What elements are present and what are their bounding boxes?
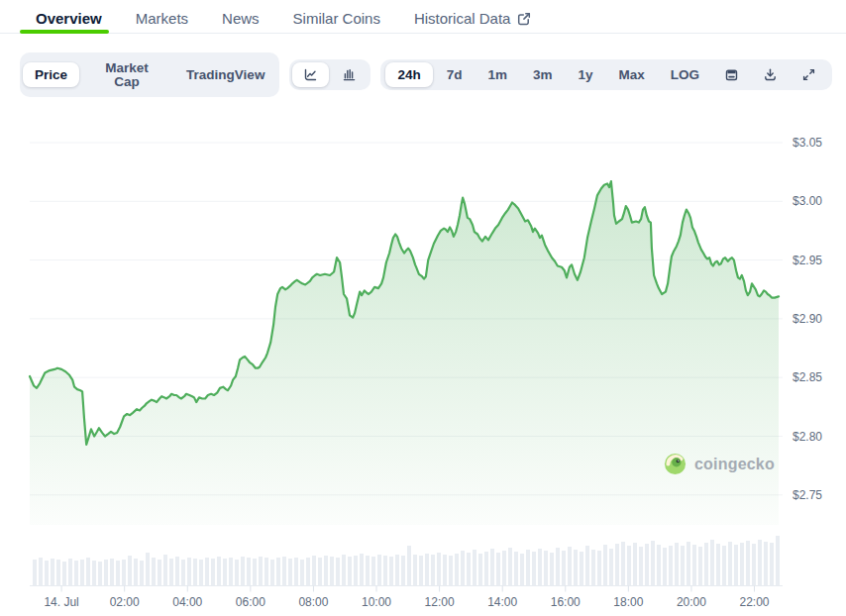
candlestick-chart-type-button[interactable]	[331, 62, 368, 87]
market-cap-tab-button[interactable]: Market Cap	[81, 55, 172, 94]
x-axis-label: 14:00	[487, 595, 517, 609]
tab-similar-coins-label: Similar Coins	[293, 10, 380, 27]
range-24h-button[interactable]: 24h	[385, 62, 432, 88]
coin-chart-widget: Overview Markets News Similar Coins Hist…	[0, 0, 846, 616]
tab-bar: Overview Markets News Similar Coins Hist…	[0, 0, 846, 34]
chart-type-group	[289, 59, 370, 90]
tab-overview-label: Overview	[36, 10, 102, 27]
x-axis-label: 16:00	[551, 595, 581, 609]
x-axis-label: 18:00	[613, 595, 643, 609]
x-axis-label: 02:00	[110, 595, 140, 609]
y-axis-labels: $3.05$3.00$2.95$2.90$2.85$2.80$2.75	[793, 136, 822, 502]
coingecko-gecko-icon	[664, 453, 687, 475]
tab-historical-data-label: Historical Data	[414, 10, 511, 27]
x-axis-label: 14. Jul	[44, 595, 78, 609]
price-tab-button[interactable]: Price	[23, 62, 79, 88]
log-scale-button[interactable]: LOG	[659, 62, 711, 88]
range-max-button[interactable]: Max	[606, 62, 656, 88]
x-axis-label: 20:00	[677, 595, 706, 609]
tab-similar-coins[interactable]: Similar Coins	[293, 10, 380, 27]
range-1y-button[interactable]: 1y	[566, 62, 604, 88]
y-axis-label: $3.00	[793, 194, 822, 208]
volume-bars	[33, 536, 780, 585]
range-7d-button[interactable]: 7d	[435, 62, 475, 88]
expand-icon	[801, 67, 816, 82]
y-axis-label: $2.85	[793, 370, 822, 384]
y-axis-label: $2.80	[793, 430, 822, 444]
x-axis-label: 06:00	[236, 595, 265, 609]
x-axis-labels: 14. Jul02:0004:0006:0008:0010:0012:0014:…	[44, 595, 769, 609]
x-axis-label: 22:00	[740, 595, 770, 609]
tab-news-label: News	[222, 10, 260, 27]
tab-news[interactable]: News	[222, 10, 260, 27]
coingecko-watermark: coingecko	[664, 453, 775, 475]
tab-historical-data[interactable]: Historical Data	[414, 10, 532, 27]
date-range-button[interactable]	[713, 62, 750, 87]
x-axis-label: 08:00	[298, 595, 328, 609]
range-1m-button[interactable]: 1m	[476, 62, 519, 88]
tab-overview[interactable]: Overview	[36, 10, 102, 27]
fullscreen-button[interactable]	[791, 62, 827, 87]
y-axis-label: $2.90	[793, 312, 822, 326]
metric-toggle-group: Price Market Cap TradingView	[20, 52, 279, 97]
tradingview-tab-button[interactable]: TradingView	[174, 62, 276, 88]
external-link-icon	[517, 12, 531, 26]
bar-chart-icon	[342, 67, 357, 82]
x-axis-label: 12:00	[425, 595, 455, 609]
time-range-group: 24h 7d 1m 3m 1y Max LOG	[380, 59, 832, 91]
calendar-icon	[724, 67, 739, 82]
line-chart-icon	[303, 67, 318, 82]
x-axis-ticks	[61, 586, 754, 592]
chart-toolbar: Price Market Cap TradingView 24h 7d 1m	[0, 34, 846, 97]
x-axis-label: 04:00	[172, 595, 202, 609]
y-axis-label: $2.75	[793, 488, 822, 502]
tab-markets-label: Markets	[136, 10, 188, 27]
y-axis-label: $3.05	[793, 136, 822, 150]
download-chart-button[interactable]	[752, 62, 789, 87]
coingecko-watermark-text: coingecko	[694, 456, 775, 473]
download-icon	[763, 67, 778, 82]
y-axis-label: $2.95	[793, 254, 822, 267]
range-3m-button[interactable]: 3m	[521, 62, 565, 88]
x-axis-label: 10:00	[362, 595, 391, 609]
line-chart-type-button[interactable]	[292, 62, 329, 87]
tab-markets[interactable]: Markets	[136, 10, 188, 27]
